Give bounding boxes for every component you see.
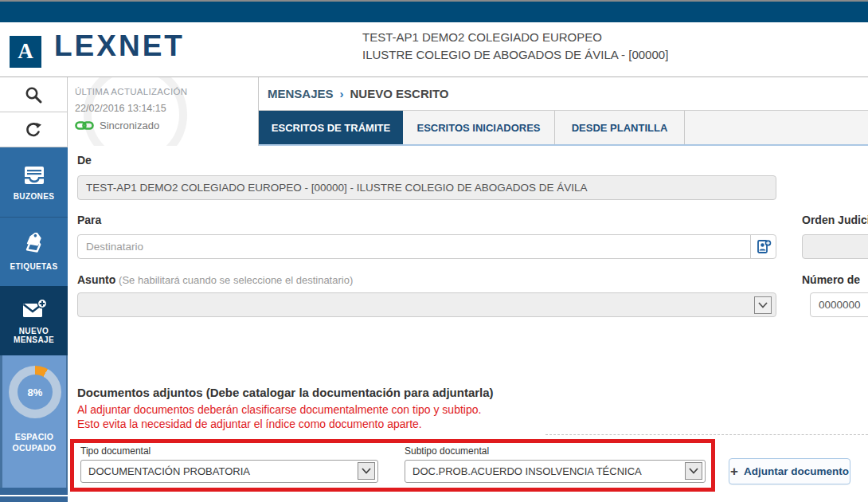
asunto-label: Asunto (Se habilitará cuando se seleccio… [77, 273, 353, 286]
link-sync-icon [75, 120, 94, 131]
tab-desde-plantilla[interactable]: DESDE PLANTILLA [555, 111, 685, 144]
tab-bar-filler [685, 111, 868, 144]
sync-status-label: Sincronizado [100, 120, 159, 131]
last-update-panel: ÚLTIMA ACTUALIZACIÓN 22/02/2016 13:14:15… [68, 77, 259, 147]
tab-bar: ESCRITOS DE TRÁMITE ESCRITOS INICIADORES… [259, 111, 868, 144]
chevron-down-icon [685, 462, 702, 480]
tipo-documental-label: Tipo documental [80, 445, 151, 457]
search-button[interactable] [0, 77, 68, 112]
breadcrumb-section[interactable]: MENSAJES [268, 87, 334, 100]
chevron-down-icon [754, 296, 772, 314]
tab-escritos-iniciadores[interactable]: ESCRITOS INICIADORES [403, 111, 555, 144]
inbox-icon [22, 164, 46, 186]
orden-judicial-field [802, 234, 868, 259]
new-message-icon [21, 297, 48, 321]
sidebar-bottom-strip2 [0, 496, 68, 502]
breadcrumb-page: NUEVO ESCRITO [350, 87, 449, 100]
plus-icon: + [730, 465, 738, 478]
documentos-adjuntos-title: Documentos adjuntos (Debe catalogar la d… [77, 386, 494, 399]
numero-input[interactable]: 0000000 [810, 292, 868, 317]
search-icon [24, 85, 43, 104]
chevron-down-icon [358, 462, 375, 480]
sidebar-item-nuevo-mensaje[interactable]: NUEVO MENSAJE [0, 286, 68, 355]
subtipo-documental-label: Subtipo documental [405, 445, 489, 457]
new-escrito-form: De TEST-AP1 DEMO2 COLEGIADO EUROPEO - [0… [68, 146, 868, 502]
subtipo-documental-select[interactable]: DOC.PROB.ACUERDO INSOLVENCIA TÉCNICA [405, 460, 706, 483]
asunto-note: (Se habilitará cuando se seleccione el d… [119, 274, 353, 286]
sidebar-item-buzones[interactable]: BUZONES [0, 147, 68, 217]
de-label: De [77, 154, 92, 167]
last-update-title: ÚLTIMA ACTUALIZACIÓN [75, 87, 187, 96]
add-contact-icon [756, 239, 772, 255]
user-name: TEST-AP1 DEMO2 COLEGIADO EUROPEO [362, 29, 668, 46]
sidebar-item-label: BUZONES [14, 192, 55, 201]
orden-judicial-label: Orden Judici [802, 214, 868, 226]
refresh-icon [24, 120, 43, 139]
user-info: TEST-AP1 DEMO2 COLEGIADO EUROPEO ILUSTRE… [362, 29, 668, 64]
tag-icon [22, 233, 46, 257]
asunto-select [77, 292, 776, 317]
tipo-documental-select[interactable]: DOCUMENTACIÓN PROBATORIA [80, 460, 378, 483]
sidebar-item-espacio-ocupado[interactable]: 8% ESPACIO OCUPADO [0, 355, 68, 488]
para-label: Para [77, 214, 101, 226]
sidebar-item-label: NUEVO MENSAJE [0, 327, 68, 344]
para-input[interactable]: Destinatario [77, 234, 751, 259]
refresh-button[interactable] [0, 112, 68, 147]
last-update-timestamp: 22/02/2016 13:14:15 [75, 103, 166, 114]
de-field: TEST-AP1 DEMO2 COLEGIADO EUROPEO - [0000… [77, 175, 776, 200]
tab-escritos-de-tramite[interactable]: ESCRITOS DE TRÁMITE [259, 111, 403, 144]
lexnet-logo: LEXNET [54, 29, 185, 63]
lexnet-monogram-icon: A [10, 36, 41, 68]
app-header: A LEXNET TEST-AP1 DEMO2 COLEGIADO EUROPE… [0, 22, 868, 77]
usage-donut-chart: 8% [9, 366, 61, 418]
top-navy-bar [0, 2, 868, 22]
document-type-highlight-box: Tipo documental DOCUMENTACIÓN PROBATORIA… [70, 439, 715, 492]
dashed-separator [545, 434, 868, 435]
numero-label: Número de [802, 273, 860, 286]
lexnet-app: A LEXNET TEST-AP1 DEMO2 COLEGIADO EUROPE… [0, 0, 868, 502]
add-recipient-button[interactable] [750, 234, 776, 259]
attachments-warning-1: Al adjuntar documentos deberán clasifica… [77, 403, 481, 416]
breadcrumb: MENSAJES › NUEVO ESCRITO [259, 77, 868, 111]
sidebar-item-label: ETIQUETAS [10, 262, 57, 271]
chevron-right-icon: › [340, 87, 344, 100]
attachments-warning-2: Esto evita la necesidad de adjuntar el í… [77, 418, 422, 430]
sidebar-item-etiquetas[interactable]: ETIQUETAS [0, 217, 68, 286]
usage-percent: 8% [18, 375, 53, 410]
user-organization: ILUSTRE COLEGIO DE ABOGADOS DE ÁVILA - [… [362, 46, 668, 64]
espacio-ocupado-label: ESPACIO OCUPADO [2, 431, 66, 453]
sync-status: Sincronizado [75, 120, 159, 131]
adjuntar-documento-button[interactable]: + Adjuntar documento [729, 458, 850, 484]
sidebar-bottom-strip [0, 488, 68, 495]
